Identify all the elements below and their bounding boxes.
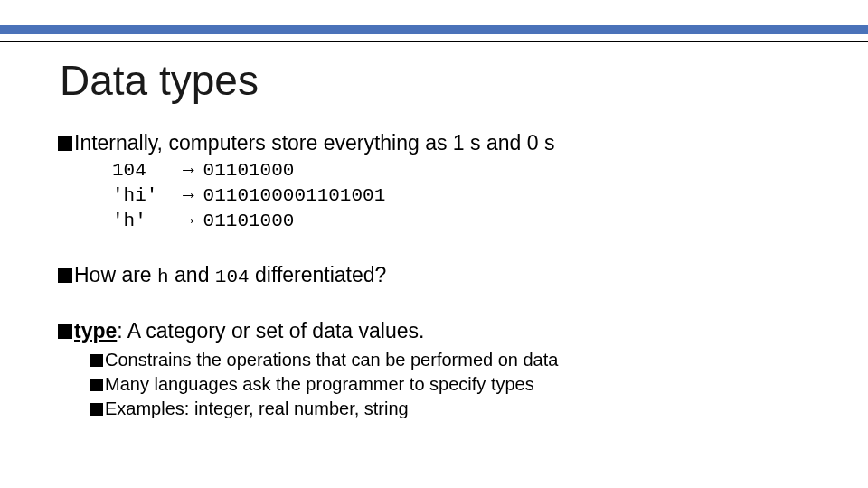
binary-bits: 01101000 [203, 158, 386, 183]
bullet-text-mid: and [169, 263, 215, 286]
inline-code-104: 104 [215, 267, 250, 287]
slide: Data types Internally, computers store e… [0, 0, 868, 488]
bullet-internally: Internally, computers store everything a… [58, 130, 832, 156]
sub-bullet-languages: Many languages ask the programmer to spe… [90, 372, 832, 397]
bullet-icon [90, 354, 103, 367]
bullet-icon [90, 403, 103, 416]
sub-bullet-examples: Examples: integer, real number, string [90, 397, 832, 421]
bullet-text: Internally, computers store everything a… [74, 131, 554, 155]
bullet-icon [58, 136, 72, 151]
term-type: type [74, 319, 117, 343]
slide-title: Data types [60, 56, 259, 105]
bullet-type-definition: type: A category or set of data values. [58, 318, 832, 344]
bullet-icon [58, 268, 72, 283]
sub-bullet-text: Examples: integer, real number, string [105, 399, 409, 418]
inline-code-h: h [157, 267, 169, 287]
slide-content: Internally, computers store everything a… [58, 130, 832, 421]
binary-value: 104 [112, 158, 177, 183]
bullet-how-differentiated: How are h and 104 differentiated? [58, 262, 832, 289]
bullet-text-pre: How are [74, 263, 157, 286]
binary-value: 'h' [112, 209, 177, 234]
bullet-icon [90, 379, 103, 391]
arrow-icon: → [177, 209, 203, 234]
accent-bar-thick [0, 25, 868, 34]
table-row: 'h' → 01101000 [112, 209, 385, 234]
sub-bullet-text: Many languages ask the programmer to spe… [105, 374, 534, 394]
sub-bullet-text: Constrains the operations that can be pe… [105, 350, 558, 370]
spacer [58, 291, 832, 318]
table-row: 104 → 01101000 [112, 158, 385, 183]
bullet-text-rest: : A category or set of data values. [117, 319, 424, 343]
bullet-text-post: differentiated? [250, 263, 387, 286]
sub-bullet-constrains: Constrains the operations that can be pe… [90, 348, 832, 372]
binary-bits: 0110100001101001 [203, 183, 386, 209]
accent-bar-thin [0, 41, 868, 42]
sub-bullet-list: Constrains the operations that can be pe… [90, 348, 832, 421]
arrow-icon: → [177, 158, 203, 183]
spacer [58, 235, 832, 262]
binary-value: 'hi' [112, 183, 177, 209]
arrow-icon: → [177, 183, 203, 209]
table-row: 'hi' → 0110100001101001 [112, 183, 385, 209]
bullet-icon [58, 324, 72, 339]
binary-table: 104 → 01101000 'hi' → 0110100001101001 '… [112, 158, 385, 235]
binary-bits: 01101000 [203, 209, 386, 234]
